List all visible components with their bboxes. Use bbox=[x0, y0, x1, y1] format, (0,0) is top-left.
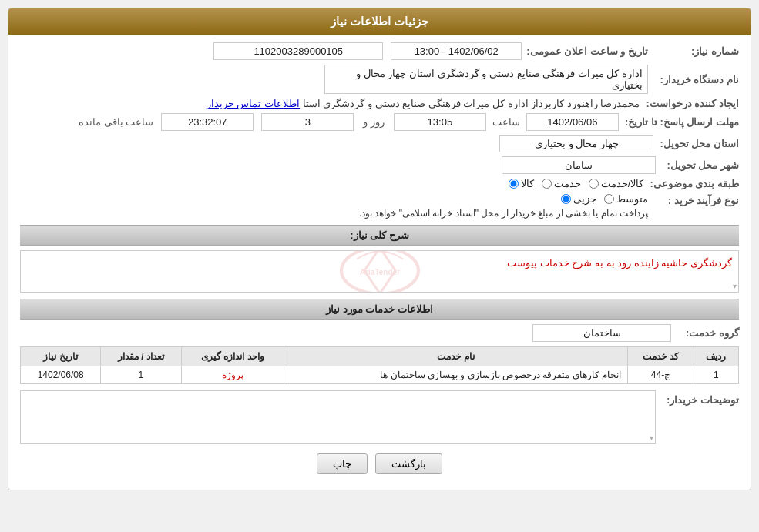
remaining-label: ساعت باقی مانده bbox=[79, 116, 153, 128]
radio-jozvi[interactable] bbox=[561, 194, 571, 204]
category-label: طبقه بندی موضوعی: bbox=[650, 178, 739, 189]
service-group-value: ساختمان bbox=[532, 324, 671, 342]
province-label: استان محل تحویل: bbox=[660, 138, 739, 149]
radio-khadamat-item[interactable]: خدمت bbox=[542, 178, 581, 189]
description-section-header: شرح کلی نیاز: bbox=[20, 225, 739, 246]
col-row-num: ردیف bbox=[694, 347, 738, 366]
day-label: روز و bbox=[363, 116, 385, 128]
deadline-date: 1402/06/06 bbox=[526, 113, 619, 131]
purchase-type-note: پرداخت تمام یا بخشی از مبلغ خریدار از مح… bbox=[359, 208, 648, 219]
services-section-header: اطلاعات خدمات مورد نیاز bbox=[20, 299, 739, 320]
radio-kala-khadamat-item[interactable]: کالا/خدمت bbox=[589, 178, 644, 189]
cell-quantity: 1 bbox=[101, 366, 181, 384]
purchase-type-radio-group: متوسط جزیی bbox=[561, 193, 648, 205]
radio-kala-khadamat[interactable] bbox=[589, 179, 599, 189]
radio-kala-khadamat-label: کالا/خدمت bbox=[601, 178, 644, 189]
creator-value: محمدرضا راهنورد کاربرداز اداره کل میراث … bbox=[303, 98, 640, 109]
buyer-org-value: اداره کل میراث فرهنگی صنایع دستی و گردشگ… bbox=[324, 65, 648, 94]
creator-contact-link[interactable]: اطلاعات تماس خریدار bbox=[207, 98, 300, 109]
radio-mottavaset[interactable] bbox=[604, 194, 614, 204]
description-box: AriaTender گردشگری حاشیه زاینده رود به ب… bbox=[20, 250, 739, 293]
radio-khadamat[interactable] bbox=[542, 179, 552, 189]
print-button[interactable]: چاپ bbox=[317, 453, 368, 474]
city-label: شهر محل تحویل: bbox=[662, 159, 739, 171]
cell-name: انجام کارهای متفرقه درخصوص بازسازی و بهس… bbox=[284, 366, 628, 384]
request-number-value: 1102003289000105 bbox=[213, 42, 383, 60]
svg-point-0 bbox=[341, 250, 418, 293]
svg-text:AriaTender: AriaTender bbox=[359, 267, 399, 276]
radio-khadamat-label: خدمت bbox=[554, 178, 581, 189]
category-radio-group: کالا/خدمت خدمت کالا bbox=[509, 178, 644, 189]
service-group-label: گروه خدمت: bbox=[677, 327, 739, 339]
table-row: 1 ج-44 انجام کارهای متفرقه درخصوص بازساز… bbox=[21, 366, 739, 384]
purchase-type-label: نوع فرآیند خرید : bbox=[654, 193, 739, 206]
request-number-label: شماره نیاز: bbox=[670, 45, 739, 57]
col-unit: واحد اندازه گیری bbox=[181, 347, 284, 366]
buyer-desc-box: ▾ bbox=[20, 390, 656, 444]
description-value: گردشگری حاشیه زاینده رود به به شرح خدمات… bbox=[507, 257, 732, 269]
time-label: ساعت bbox=[492, 116, 520, 128]
radio-kala-label: کالا bbox=[521, 178, 534, 189]
page-header: جزئیات اطلاعات نیاز bbox=[8, 8, 751, 35]
time-remaining: 23:32:07 bbox=[161, 113, 254, 131]
cell-row-num: 1 bbox=[694, 366, 738, 384]
radio-mottavaset-label: متوسط bbox=[616, 193, 648, 205]
watermark-logo: AriaTender bbox=[334, 250, 426, 293]
cell-code: ج-44 bbox=[628, 366, 694, 384]
col-service-name: نام خدمت bbox=[284, 347, 628, 366]
col-date: تاریخ نیاز bbox=[21, 347, 101, 366]
announce-value: 1402/06/02 - 13:00 bbox=[391, 42, 522, 60]
deadline-time: 13:05 bbox=[394, 113, 486, 131]
page-title: جزئیات اطلاعات نیاز bbox=[331, 15, 428, 28]
reply-deadline-label: مهلت ارسال پاسخ: تا تاریخ: bbox=[625, 116, 739, 128]
cell-unit: پروژه bbox=[181, 366, 284, 384]
announce-label: تاریخ و ساعت اعلان عمومی: bbox=[526, 45, 648, 57]
radio-kala[interactable] bbox=[509, 179, 519, 189]
radio-mottavaset-item[interactable]: متوسط bbox=[604, 193, 648, 205]
col-service-code: کد خدمت bbox=[628, 347, 694, 366]
cell-date: 1402/06/08 bbox=[21, 366, 101, 384]
buyer-org-label: نام دستگاه خریدار: bbox=[654, 74, 739, 85]
radio-kala-item[interactable]: کالا bbox=[509, 178, 534, 189]
city-value: سامان bbox=[502, 156, 656, 174]
buyer-desc-label: توضیحات خریدار: bbox=[662, 390, 739, 406]
radio-jozvi-label: جزیی bbox=[573, 193, 596, 205]
back-button[interactable]: بازگشت bbox=[375, 453, 442, 474]
services-table: ردیف کد خدمت نام خدمت واحد اندازه گیری ت… bbox=[20, 346, 739, 384]
days-remaining: 3 bbox=[261, 113, 354, 131]
province-value: چهار محال و بختیاری bbox=[499, 135, 653, 152]
radio-jozvi-item[interactable]: جزیی bbox=[561, 193, 596, 205]
col-quantity: تعداد / مقدار bbox=[101, 347, 181, 366]
bottom-buttons: بازگشت چاپ bbox=[20, 453, 739, 482]
creator-label: ایجاد کننده درخواست: bbox=[646, 98, 739, 109]
